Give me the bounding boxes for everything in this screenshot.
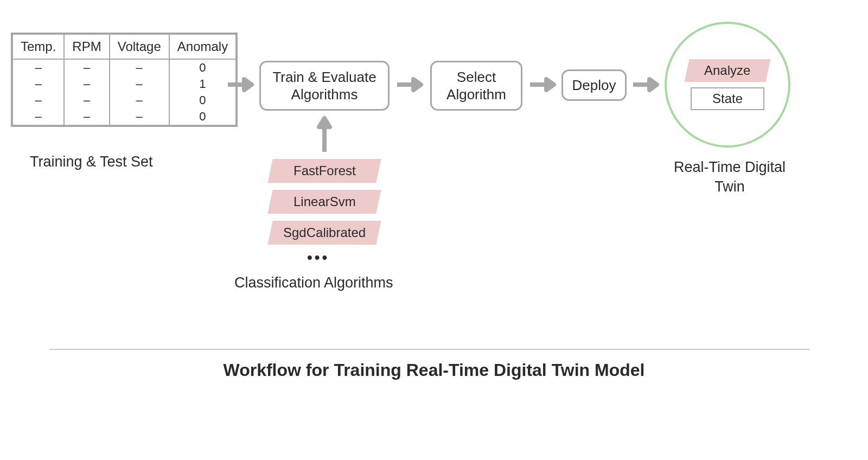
digital-twin-circle: Analyze State: [665, 22, 790, 148]
table-row: –––1: [13, 76, 235, 92]
workflow-diagram: Temp. RPM Voltage Anomaly –––0 –––1 –––0…: [0, 0, 868, 460]
col-temp: Temp.: [13, 35, 64, 59]
classification-item: FastForest: [270, 159, 379, 183]
analyze-node: Analyze: [684, 59, 771, 82]
col-rpm: RPM: [64, 35, 109, 59]
training-test-table: Temp. RPM Voltage Anomaly –––0 –––1 –––0…: [11, 33, 238, 127]
classification-caption: Classification Algorithms: [234, 274, 393, 291]
arrow-right-icon: [228, 77, 254, 92]
classification-item: LinearSvm: [270, 190, 379, 214]
table-row: –––0: [13, 92, 235, 108]
state-node: State: [691, 87, 764, 110]
ellipsis-icon: •••: [307, 249, 329, 266]
diagram-title: Workflow for Training Real-Time Digital …: [0, 360, 868, 380]
col-voltage: Voltage: [110, 35, 169, 59]
table-caption: Training & Test Set: [30, 154, 153, 170]
deploy-box: Deploy: [561, 69, 627, 101]
table-row: –––0: [13, 59, 235, 76]
arrow-right-icon: [633, 77, 659, 92]
arrow-right-icon: [530, 77, 556, 92]
table-row: –––0: [13, 108, 235, 125]
classification-item: SgdCalibrated: [270, 221, 379, 245]
arrow-up-icon: [317, 117, 332, 152]
arrow-right-icon: [397, 77, 423, 92]
divider: [50, 349, 809, 350]
train-evaluate-box: Train & Evaluate Algorithms: [259, 61, 390, 111]
select-algorithm-box: Select Algorithm: [430, 61, 522, 111]
twin-caption: Real-Time Digital Twin: [673, 157, 787, 197]
col-anomaly: Anomaly: [169, 35, 235, 59]
